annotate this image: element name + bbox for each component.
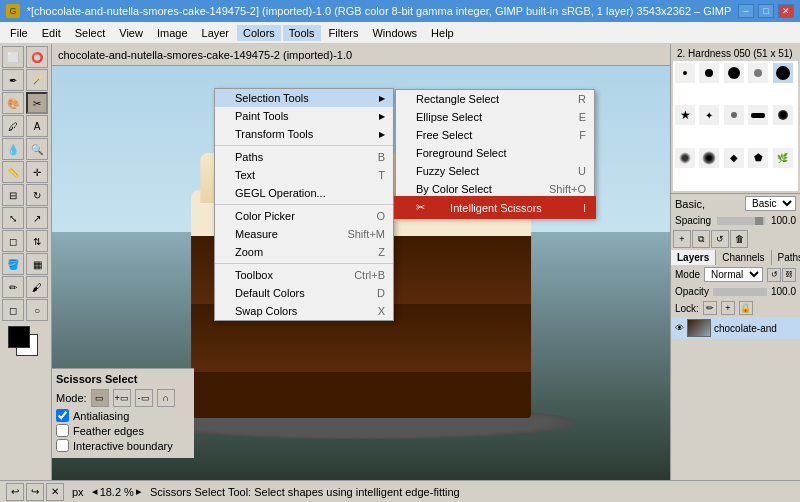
layers-mode-select[interactable]: Normal — [704, 267, 763, 282]
tool-measure[interactable]: 📏 — [2, 161, 24, 183]
interactive-boundary-checkbox[interactable] — [56, 439, 69, 452]
tool-eraser[interactable]: ◻ — [2, 299, 24, 321]
color-indicator[interactable] — [8, 326, 44, 362]
tools-menu[interactable]: Selection Tools Rectangle Select R Ellip… — [214, 88, 394, 321]
brush-item-9[interactable] — [748, 105, 768, 125]
feather-edges-checkbox[interactable] — [56, 424, 69, 437]
history-close-button[interactable]: ✕ — [46, 483, 64, 501]
menu-colors[interactable]: Colors — [237, 25, 281, 41]
menu-measure[interactable]: Measure Shift+M — [215, 225, 393, 243]
menu-gegl[interactable]: GEGL Operation... — [215, 184, 393, 202]
zoom-control[interactable]: ◂ 18.2 % ▸ — [92, 485, 142, 498]
redo-button[interactable]: ↪ — [26, 483, 44, 501]
delete-brush-icon[interactable]: 🗑 — [730, 230, 748, 248]
submenu-fuzzy-select[interactable]: Fuzzy Select U — [396, 162, 594, 180]
tab-layers[interactable]: Layers — [671, 250, 716, 265]
brush-item-11[interactable] — [675, 148, 695, 168]
menu-default-colors[interactable]: Default Colors D — [215, 284, 393, 302]
tool-free-select[interactable]: ✒ — [2, 69, 24, 91]
duplicate-brush-icon[interactable]: ⧉ — [692, 230, 710, 248]
tool-gradient[interactable]: ▦ — [26, 253, 48, 275]
brush-item-6[interactable]: ★ — [675, 105, 695, 125]
menu-select[interactable]: Select — [69, 25, 112, 41]
submenu-free-select[interactable]: Free Select F — [396, 126, 594, 144]
brush-item-3[interactable] — [724, 63, 744, 83]
menu-layer[interactable]: Layer — [196, 25, 236, 41]
spacing-slider[interactable] — [717, 217, 765, 225]
layers-lock-icon[interactable]: ↺ — [767, 268, 781, 282]
minimize-button[interactable]: – — [738, 4, 754, 18]
maximize-button[interactable]: □ — [758, 4, 774, 18]
tool-fuzzy-select[interactable]: 🪄 — [26, 69, 48, 91]
tool-shear[interactable]: ↗ — [26, 207, 48, 229]
undo-button[interactable]: ↩ — [6, 483, 24, 501]
menu-file[interactable]: File — [4, 25, 34, 41]
brush-item-13[interactable]: ◆ — [724, 148, 744, 168]
brush-item-2[interactable] — [699, 63, 719, 83]
close-button[interactable]: ✕ — [778, 4, 794, 18]
tab-channels[interactable]: Channels — [716, 250, 771, 265]
tool-text[interactable]: A — [26, 115, 48, 137]
mode-replace-btn[interactable]: ▭ — [91, 389, 109, 407]
submenu-ellipse-select[interactable]: Ellipse Select E — [396, 108, 594, 126]
tool-perspective[interactable]: ◻ — [2, 230, 24, 252]
menu-color-picker[interactable]: Color Picker O — [215, 207, 393, 225]
tool-scissors[interactable]: ✂ — [26, 92, 48, 114]
menu-filters[interactable]: Filters — [323, 25, 365, 41]
brush-item-5[interactable] — [773, 63, 793, 83]
tab-paths[interactable]: Paths — [772, 250, 800, 265]
zoom-up-icon[interactable]: ▸ — [136, 485, 142, 498]
menu-selection-tools[interactable]: Selection Tools Rectangle Select R Ellip… — [215, 89, 393, 107]
submenu-by-color-select[interactable]: By Color Select Shift+O — [396, 180, 594, 198]
tool-airbrush[interactable]: ○ — [26, 299, 48, 321]
layer-visibility-icon[interactable]: 👁 — [675, 323, 684, 333]
submenu-intelligent-scissors[interactable]: ✂ Intelligent Scissors I — [396, 198, 594, 217]
menu-tools[interactable]: Tools — [283, 25, 321, 41]
tool-rotate[interactable]: ↻ — [26, 184, 48, 206]
mode-intersect-btn[interactable]: ∩ — [157, 389, 175, 407]
lock-pixels-icon[interactable]: ✏ — [703, 301, 717, 315]
brush-item-7[interactable]: ✦ — [699, 105, 719, 125]
menu-swap-colors[interactable]: Swap Colors X — [215, 302, 393, 320]
layers-chain-icon[interactable]: ⛓ — [782, 268, 796, 282]
submenu-foreground-select[interactable]: Foreground Select — [396, 144, 594, 162]
menu-paint-tools[interactable]: Paint Tools — [215, 107, 393, 125]
menu-transform-tools[interactable]: Transform Tools — [215, 125, 393, 143]
opacity-slider[interactable] — [713, 288, 767, 296]
mode-subtract-btn[interactable]: -▭ — [135, 389, 153, 407]
refresh-icon[interactable]: ↺ — [711, 230, 729, 248]
layer-row-1[interactable]: 👁 chocolate-and — [671, 317, 800, 339]
menu-edit[interactable]: Edit — [36, 25, 67, 41]
tool-paths[interactable]: 🖊 — [2, 115, 24, 137]
submenu-rectangle-select[interactable]: Rectangle Select R — [396, 90, 594, 108]
brush-item-4[interactable] — [748, 63, 768, 83]
tool-paintbrush[interactable]: 🖌 — [26, 276, 48, 298]
zoom-down-icon[interactable]: ◂ — [92, 485, 98, 498]
menu-help[interactable]: Help — [425, 25, 460, 41]
brush-item-12[interactable] — [699, 148, 719, 168]
canvas-area[interactable]: chocolate-and-nutella-smores-cake-149475… — [52, 44, 670, 480]
menu-view[interactable]: View — [113, 25, 149, 41]
tool-by-color[interactable]: 🎨 — [2, 92, 24, 114]
tool-scale[interactable]: ⤡ — [2, 207, 24, 229]
new-brush-icon[interactable]: + — [673, 230, 691, 248]
brushes-category-select[interactable]: Basic — [745, 196, 796, 211]
tool-zoom[interactable]: 🔍 — [26, 138, 48, 160]
menu-paths[interactable]: Paths B — [215, 148, 393, 166]
tool-color-picker[interactable]: 💧 — [2, 138, 24, 160]
menu-toolbox[interactable]: Toolbox Ctrl+B — [215, 266, 393, 284]
menu-zoom-tool[interactable]: Zoom Z — [215, 243, 393, 261]
selection-submenu[interactable]: Rectangle Select R Ellipse Select E Free… — [395, 89, 595, 218]
tool-flip[interactable]: ⇅ — [26, 230, 48, 252]
tool-ellipse-select[interactable]: ⭕ — [26, 46, 48, 68]
menu-image[interactable]: Image — [151, 25, 194, 41]
lock-all-icon[interactable]: 🔒 — [739, 301, 753, 315]
foreground-color[interactable] — [8, 326, 30, 348]
brush-item-8[interactable] — [724, 105, 744, 125]
tool-move[interactable]: ✛ — [26, 161, 48, 183]
tool-paint-bucket[interactable]: 🪣 — [2, 253, 24, 275]
brush-item-15[interactable]: 🌿 — [773, 148, 793, 168]
mode-add-btn[interactable]: +▭ — [113, 389, 131, 407]
menu-windows[interactable]: Windows — [366, 25, 423, 41]
menu-text[interactable]: Text T — [215, 166, 393, 184]
